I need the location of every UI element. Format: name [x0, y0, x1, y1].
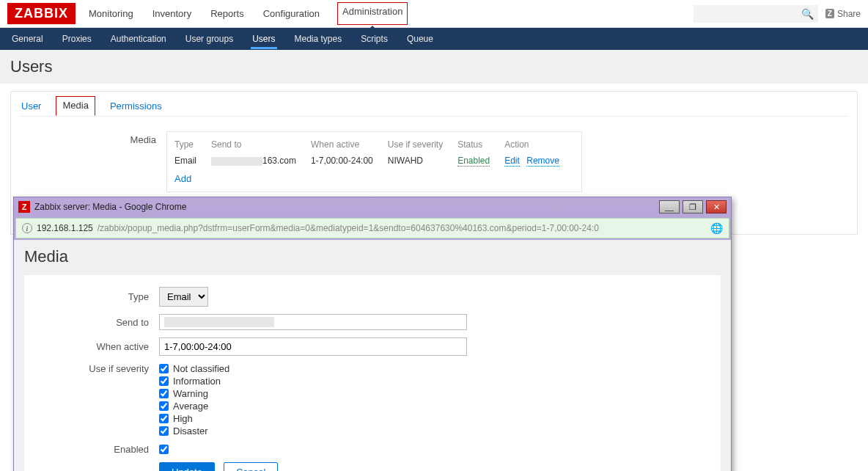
- nav-reports[interactable]: Reports: [209, 2, 246, 25]
- redacted-email: [211, 157, 262, 166]
- share-button[interactable]: Z Share: [825, 9, 861, 19]
- subnav-proxies[interactable]: Proxies: [61, 29, 93, 48]
- status-toggle[interactable]: Enabled: [457, 156, 490, 167]
- url-path: /zabbix/popup_media.php?dstfrm=userForm&…: [98, 223, 599, 233]
- hdr-whenactive: When active: [311, 136, 388, 153]
- add-media-link[interactable]: Add: [174, 173, 191, 184]
- maximize-button[interactable]: ❐: [683, 200, 703, 213]
- close-button[interactable]: ✕: [706, 200, 727, 213]
- cell-sendto: 163.com: [211, 153, 311, 169]
- subnav-queue[interactable]: Queue: [405, 29, 435, 48]
- subnav-mediatypes[interactable]: Media types: [293, 29, 344, 48]
- media-data-row: Email 163.com 1-7,00:00-24:00 NIWAHD Ena…: [174, 153, 574, 169]
- address-bar[interactable]: i 192.168.1.125/zabbix/popup_media.php?d…: [15, 218, 729, 235]
- page-header: Users: [0, 50, 868, 84]
- user-tabs: User Media Permissions: [20, 96, 848, 117]
- media-label: Media: [20, 131, 166, 145]
- tab-permissions[interactable]: Permissions: [108, 96, 163, 116]
- search-input[interactable]: [694, 5, 818, 23]
- cell-sendto-suffix: 163.com: [262, 156, 296, 166]
- subnav-scripts[interactable]: Scripts: [359, 29, 389, 48]
- hdr-status: Status: [457, 136, 504, 153]
- remove-link[interactable]: Remove: [526, 156, 559, 167]
- hdr-action: Action: [504, 136, 574, 153]
- share-label: Share: [837, 9, 861, 19]
- hdr-sendto: Send to: [211, 136, 311, 153]
- translate-icon[interactable]: 🌐: [710, 222, 723, 234]
- media-header-row: Type Send to When active Use if severity…: [174, 136, 574, 153]
- popup-window: Z Zabbix server: Media - Google Chrome _…: [13, 197, 732, 235]
- media-table: Type Send to When active Use if severity…: [166, 131, 582, 192]
- url-host: 192.168.1.125: [37, 223, 93, 233]
- subnav-general[interactable]: General: [10, 29, 45, 48]
- logo: ZABBIX: [7, 3, 76, 24]
- tab-media[interactable]: Media: [56, 96, 95, 116]
- popup-titlebar[interactable]: Z Zabbix server: Media - Google Chrome _…: [14, 197, 731, 216]
- hdr-type: Type: [174, 136, 211, 153]
- cell-type: Email: [174, 153, 211, 169]
- minimize-button[interactable]: __: [659, 200, 680, 213]
- nav-configuration[interactable]: Configuration: [262, 2, 321, 25]
- cell-whenactive: 1-7,00:00-24:00: [311, 153, 388, 169]
- nav-monitoring[interactable]: Monitoring: [87, 2, 135, 25]
- zabbix-app-icon: Z: [18, 201, 30, 213]
- search-icon[interactable]: 🔍: [801, 8, 814, 20]
- subnav-users[interactable]: Users: [251, 29, 276, 49]
- popup-window-title: Zabbix server: Media - Google Chrome: [34, 202, 186, 212]
- media-row: Media Type Send to When active Use if se…: [20, 131, 848, 192]
- cell-severity: NIWAHD: [388, 153, 457, 169]
- nav-administration[interactable]: Administration: [337, 2, 408, 25]
- top-navigation: Monitoring Inventory Reports Configurati…: [87, 2, 408, 25]
- tab-user[interactable]: User: [20, 96, 43, 116]
- info-icon[interactable]: i: [22, 223, 32, 233]
- search-wrap: 🔍: [694, 5, 818, 23]
- subnav-usergroups[interactable]: User groups: [184, 29, 235, 48]
- hdr-severity: Use if severity: [388, 136, 457, 153]
- topbar: ZABBIX Monitoring Inventory Reports Conf…: [0, 0, 868, 28]
- z-badge-icon: Z: [825, 9, 834, 18]
- edit-link[interactable]: Edit: [504, 156, 520, 167]
- nav-inventory[interactable]: Inventory: [151, 2, 193, 25]
- subnav-authentication[interactable]: Authentication: [109, 29, 168, 48]
- page-title: Users: [10, 57, 858, 76]
- sub-navigation: General Proxies Authentication User grou…: [0, 28, 868, 50]
